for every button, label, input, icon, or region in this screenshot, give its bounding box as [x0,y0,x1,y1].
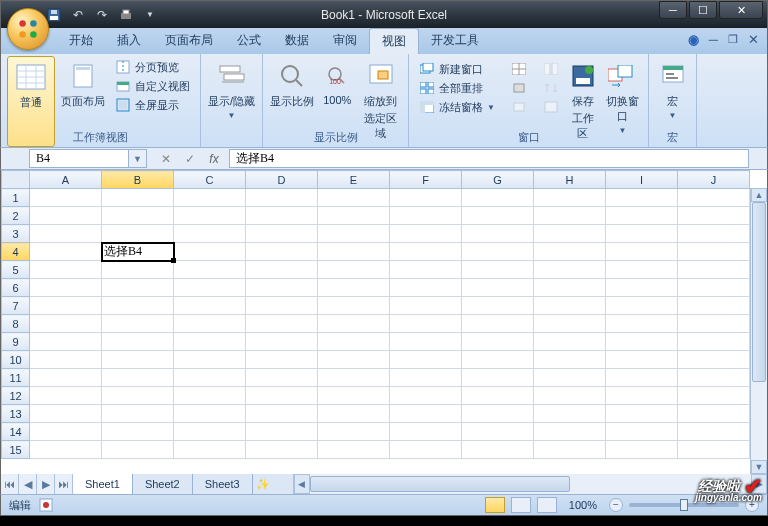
minimize-button[interactable]: ─ [659,1,687,19]
cell[interactable] [678,405,750,423]
row-header[interactable]: 9 [2,333,30,351]
cell[interactable] [30,279,102,297]
cell[interactable] [102,369,174,387]
column-header[interactable]: F [390,171,462,189]
cell[interactable] [390,243,462,261]
cell[interactable] [246,225,318,243]
cell[interactable] [462,225,534,243]
arrange-all-button[interactable]: 全部重排 [415,79,499,97]
cell[interactable] [390,315,462,333]
row-header[interactable]: 5 [2,261,30,279]
cell[interactable] [246,423,318,441]
cell[interactable] [534,297,606,315]
cell[interactable] [390,351,462,369]
cell[interactable]: 选择B4 [102,243,174,261]
cell[interactable] [174,387,246,405]
cell[interactable] [390,297,462,315]
cell[interactable] [318,297,390,315]
cell[interactable] [606,261,678,279]
cell[interactable] [606,441,678,459]
row-header[interactable]: 15 [2,441,30,459]
column-header[interactable]: G [462,171,534,189]
cell[interactable] [462,243,534,261]
cell[interactable] [678,297,750,315]
cell[interactable] [174,261,246,279]
cell[interactable] [102,189,174,207]
cell[interactable] [534,351,606,369]
cell[interactable] [318,333,390,351]
hide-button[interactable] [507,79,531,97]
tab-开发工具[interactable]: 开发工具 [419,28,491,54]
cell[interactable] [678,279,750,297]
cell[interactable] [318,279,390,297]
enter-formula-icon[interactable]: ✓ [181,152,199,166]
cell[interactable] [534,207,606,225]
cell[interactable] [390,333,462,351]
minimize-ribbon-icon[interactable]: ─ [709,32,718,47]
cell[interactable] [102,225,174,243]
cell[interactable] [246,405,318,423]
cell[interactable] [534,261,606,279]
cell[interactable] [390,387,462,405]
cell[interactable] [390,225,462,243]
sheet-nav-next-icon[interactable]: ▶ [37,474,55,494]
restore-window-icon[interactable]: ❐ [728,33,738,46]
cell[interactable] [174,351,246,369]
scroll-left-icon[interactable]: ◀ [294,474,310,494]
hscroll-thumb[interactable] [310,476,570,492]
cell[interactable] [534,441,606,459]
tab-开始[interactable]: 开始 [57,28,105,54]
column-header[interactable]: A [30,171,102,189]
side-by-side-button[interactable] [539,60,563,78]
show-hide-button[interactable]: 显示/隐藏 ▼ [207,56,256,147]
cell[interactable] [606,189,678,207]
close-button[interactable]: ✕ [719,1,763,19]
maximize-button[interactable]: ☐ [689,1,717,19]
row-header[interactable]: 14 [2,423,30,441]
row-header[interactable]: 7 [2,297,30,315]
sync-scroll-button[interactable] [539,79,563,97]
cell[interactable] [678,351,750,369]
cell[interactable] [30,297,102,315]
fx-icon[interactable]: fx [205,152,223,166]
cell[interactable] [678,423,750,441]
cell[interactable] [678,333,750,351]
cell[interactable] [318,261,390,279]
cell[interactable] [462,423,534,441]
custom-views-button[interactable]: 自定义视图 [111,77,194,95]
cell[interactable] [246,441,318,459]
sheet-tab[interactable]: Sheet3 [193,474,253,494]
row-header[interactable]: 8 [2,315,30,333]
cell[interactable] [462,261,534,279]
cancel-formula-icon[interactable]: ✕ [157,152,175,166]
cell[interactable] [606,369,678,387]
cell[interactable] [30,351,102,369]
cell[interactable] [318,315,390,333]
cell[interactable] [462,189,534,207]
cell[interactable] [390,423,462,441]
tab-公式[interactable]: 公式 [225,28,273,54]
zoom-level[interactable]: 100% [569,499,597,511]
cell[interactable] [678,243,750,261]
cell[interactable] [30,225,102,243]
cell[interactable] [174,441,246,459]
unhide-button[interactable] [507,98,531,116]
page-break-status-button[interactable] [537,497,557,513]
cell[interactable] [606,315,678,333]
scroll-up-icon[interactable]: ▲ [751,188,767,202]
cell[interactable] [462,279,534,297]
cell[interactable] [30,369,102,387]
insert-sheet-icon[interactable]: ✨ [253,474,273,494]
column-header[interactable]: D [246,171,318,189]
cell[interactable] [30,315,102,333]
cell[interactable] [606,225,678,243]
reset-position-button[interactable] [539,98,563,116]
cell[interactable] [390,369,462,387]
cell[interactable] [102,333,174,351]
row-header[interactable]: 6 [2,279,30,297]
cell[interactable] [102,405,174,423]
cell[interactable] [462,405,534,423]
tab-审阅[interactable]: 审阅 [321,28,369,54]
cell[interactable] [174,279,246,297]
cell[interactable] [678,189,750,207]
